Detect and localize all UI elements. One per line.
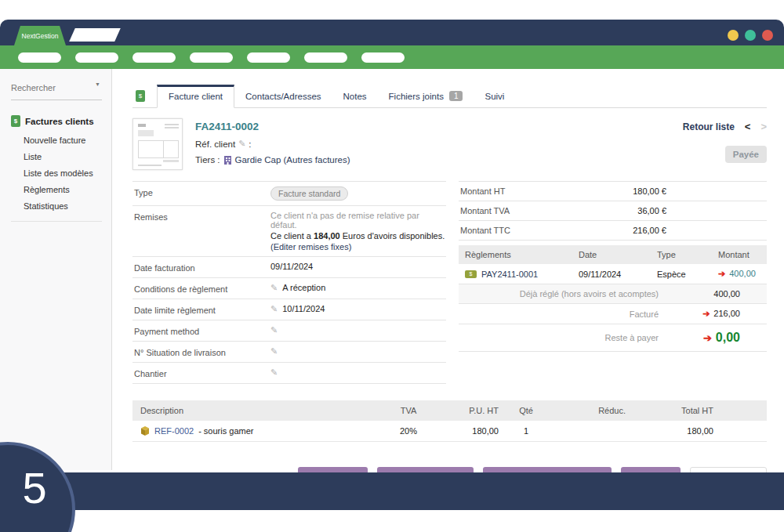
nav-pill[interactable] (18, 52, 61, 63)
brand-logo[interactable]: NextGestion (14, 26, 66, 45)
field-label: Type (134, 186, 270, 197)
field-value: A réception (282, 283, 325, 292)
chevron-down-icon[interactable]: ▼ (95, 81, 100, 87)
lines-table: Description TVA P.U. HT Qté Réduc. Total… (132, 400, 767, 442)
sidebar-section-factures-clients[interactable]: $ Factures clients (11, 115, 102, 127)
nav-pill[interactable] (304, 52, 347, 63)
status-badge: Payée (725, 146, 767, 163)
ref-client-label: Réf. client (195, 139, 235, 149)
nav-pill[interactable] (132, 52, 176, 63)
banner-right: Retour liste < > Payée (683, 118, 767, 170)
field-row-payment-method: Payment method ✎ (132, 320, 446, 342)
footer-bar (0, 472, 784, 510)
tab-fichiers-joints[interactable]: Fichiers joints 1 (378, 84, 474, 107)
ref-client-line: Réf. client ✎ : (195, 139, 350, 149)
edit-pencil-icon[interactable]: ✎ (270, 367, 278, 378)
nav-pill[interactable] (361, 52, 405, 63)
window-maximize-dot[interactable] (745, 30, 756, 41)
field-value: 09/11/2024 (270, 262, 313, 271)
edit-pencil-icon[interactable]: ✎ (270, 304, 278, 314)
nav-pill[interactable] (75, 52, 118, 63)
invoice-type-pill: Facture standard (270, 186, 348, 201)
field-row-date-limite: Date limite règlement ✎ 10/11/2024 (132, 299, 446, 320)
page-number: 5 (22, 462, 46, 513)
tab-label: Contacts/Adresses (245, 92, 321, 101)
field-row-date-facturation: Date facturation 09/11/2024 (132, 257, 446, 278)
line-total-ht: 180,00 (626, 426, 713, 436)
payment-type: Espèce (657, 270, 718, 279)
totals-panel: Montant HT 180,00 € Montant TVA 36,00 € … (459, 181, 767, 384)
tab-notes[interactable]: Notes (332, 85, 378, 107)
tab-label: Notes (343, 92, 367, 101)
sidebar-item-reglements[interactable]: Règlements (11, 181, 102, 197)
remise-credit-text: Ce client a 184,00 Euros d'avoirs dispon… (270, 231, 446, 241)
remaining-row: Reste à payer ➔0,00 (459, 324, 767, 352)
tab-facture-client[interactable]: Facture client (157, 85, 234, 108)
field-row-situation: N° Situation de livraison ✎ (132, 342, 446, 363)
tab-label: Facture client (169, 92, 223, 101)
sidebar-item-liste-des-modeles[interactable]: Liste des modèles (11, 165, 102, 181)
edit-pencil-icon[interactable]: ✎ (270, 346, 278, 356)
sidebar-item-liste[interactable]: Liste (11, 148, 102, 165)
payment-row: $ PAY2411-0001 09/11/2024 Espèce ➔400,00 (459, 264, 767, 284)
sidebar-menu: Nouvelle facture Liste Liste des modèles… (11, 132, 102, 214)
tab-contacts-adresses[interactable]: Contacts/Adresses (234, 85, 332, 107)
tab-suivi[interactable]: Suivi (474, 85, 515, 107)
window-minimize-dot[interactable] (728, 30, 739, 41)
line-tva: 20% (384, 426, 433, 436)
window-controls (728, 30, 773, 41)
field-row-chantier: Chantier ✎ (132, 363, 446, 384)
field-row-conditions: Conditions de règlement ✎ A réception (132, 278, 446, 299)
field-value: 10/11/2024 (282, 304, 325, 313)
main-content: $ Facture client Contacts/Adresses Notes… (113, 69, 784, 470)
red-arrow-icon: ➔ (703, 332, 712, 344)
edit-pencil-icon[interactable]: ✎ (270, 325, 278, 335)
amount-row-ht: Montant HT 180,00 € (459, 182, 767, 201)
sidebar-search: ▼ (11, 80, 102, 100)
lines-header: Description TVA P.U. HT Qté Réduc. Total… (132, 400, 767, 421)
payments-header: Règlements Date Type Montant (459, 245, 767, 264)
payment-ref-link[interactable]: PAY2411-0001 (481, 270, 538, 279)
cash-icon: $ (465, 270, 477, 278)
field-row-remises: Remises Ce client n'a pas de remise rela… (132, 206, 446, 257)
payments-table: Règlements Date Type Montant $ PAY2411-0… (459, 245, 767, 352)
product-cube-icon (140, 426, 150, 436)
tiers-link[interactable]: Gardie Cap (Autres factures) (235, 155, 350, 165)
field-label: Remises (134, 211, 270, 222)
tab-label: Suivi (485, 92, 504, 101)
product-label: - souris gamer (198, 426, 253, 436)
chevron-left-icon[interactable]: < (745, 121, 751, 132)
sidebar-section-title: Factures clients (25, 117, 94, 126)
field-label: Chantier (134, 367, 270, 378)
red-arrow-icon: ➔ (702, 309, 710, 318)
field-label: N° Situation de livraison (134, 346, 270, 357)
sidebar-item-statistiques[interactable]: Statistiques (11, 197, 102, 214)
sidebar-divider (11, 221, 102, 222)
product-ref-link[interactable]: REF-0002 (154, 426, 194, 436)
edit-remises-link[interactable]: (Editer remises fixes) (270, 242, 446, 252)
invoice-banner: FA2411-0002 Réf. client ✎ : Tiers : Gard… (132, 118, 767, 170)
line-pu-ht: 180,00 (433, 426, 499, 436)
invoice-icon: $ (11, 115, 20, 127)
pdf-thumbnail[interactable] (132, 118, 183, 170)
invoice-ref: FA2411-0002 (195, 121, 350, 132)
edit-pencil-icon[interactable]: ✎ (238, 139, 245, 149)
ref-client-colon: : (249, 139, 251, 149)
invoice-heading: FA2411-0002 Réf. client ✎ : Tiers : Gard… (195, 118, 350, 170)
nav-pill[interactable] (190, 52, 233, 63)
amount-row-ttc: Montant TTC 216,00 € (459, 221, 767, 241)
sidebar: ▼ $ Factures clients Nouvelle facture Li… (0, 69, 112, 470)
sidebar-item-nouvelle-facture[interactable]: Nouvelle facture (11, 132, 102, 148)
billed-row: Facturé ➔216,00 (459, 304, 767, 324)
back-to-list-link[interactable]: Retour liste (683, 121, 735, 132)
nav-pill[interactable] (247, 52, 290, 63)
company-icon (223, 156, 232, 165)
search-input[interactable] (11, 83, 102, 92)
tiers-line: Tiers : Gardie Cap (Autres factures) (195, 155, 350, 165)
window-close-dot[interactable] (762, 30, 773, 41)
detail-columns: Type Facture standard Remises Ce client … (132, 181, 767, 384)
edit-pencil-icon[interactable]: ✎ (270, 283, 278, 293)
payment-date: 09/11/2024 (579, 270, 657, 279)
field-label: Date limite règlement (134, 304, 270, 315)
field-label: Payment method (134, 325, 270, 336)
